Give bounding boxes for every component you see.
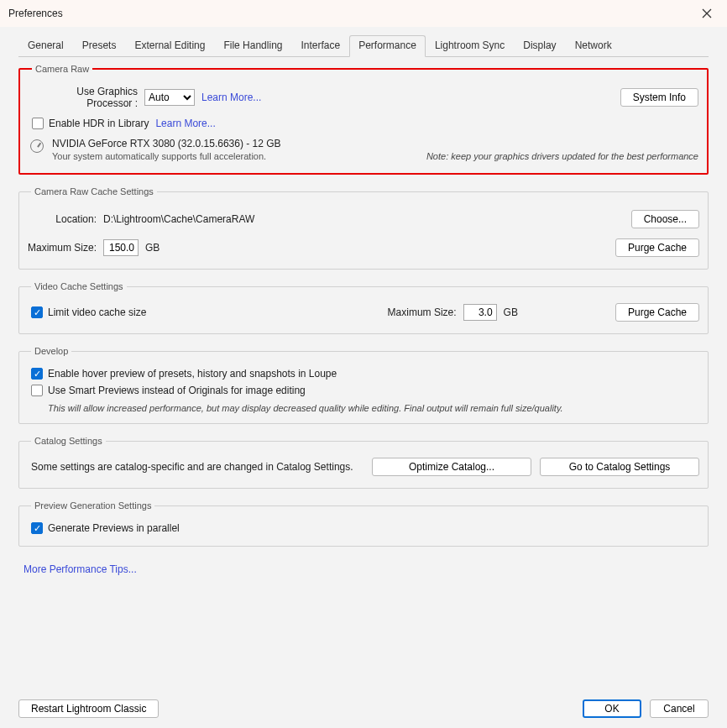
- hdr-label: Enable HDR in Library: [49, 118, 149, 129]
- window-title: Preferences: [8, 8, 63, 19]
- catalog-group: Catalog Settings Some settings are catal…: [18, 436, 709, 489]
- limit-video-checkbox[interactable]: [31, 306, 43, 318]
- system-info-button[interactable]: System Info: [620, 88, 698, 107]
- gpu-label: Use Graphics Processor :: [29, 86, 138, 109]
- choose-button[interactable]: Choose...: [631, 210, 699, 228]
- smart-previews-label: Use Smart Previews instead of Originals …: [48, 385, 306, 396]
- preview-gen-legend: Preview Generation Settings: [31, 500, 154, 511]
- tab-external-editing[interactable]: External Editing: [125, 35, 214, 57]
- tab-general[interactable]: General: [18, 35, 73, 57]
- tab-lightroom-sync[interactable]: Lightroom Sync: [426, 35, 514, 57]
- preview-gen-group: Preview Generation Settings Generate Pre…: [18, 500, 709, 547]
- close-icon[interactable]: [693, 3, 720, 24]
- smart-previews-checkbox[interactable]: [31, 385, 43, 396]
- tab-file-handling[interactable]: File Handling: [214, 35, 291, 57]
- tab-presets[interactable]: Presets: [73, 35, 126, 57]
- video-max-label: Maximum Size:: [388, 306, 457, 318]
- catalog-text: Some settings are catalog-specific and a…: [31, 461, 353, 473]
- cache-unit: GB: [145, 242, 160, 254]
- hover-preview-label: Enable hover preview of presets, history…: [48, 368, 337, 380]
- tab-performance[interactable]: Performance: [349, 35, 426, 57]
- video-cache-group: Video Cache Settings Limit video cache s…: [18, 281, 709, 334]
- ok-button[interactable]: OK: [583, 699, 641, 718]
- raw-cache-group: Camera Raw Cache Settings Location: D:\L…: [18, 186, 709, 270]
- camera-raw-group: Camera Raw Use Graphics Processor : Auto…: [18, 64, 709, 175]
- hdr-checkbox[interactable]: [32, 118, 44, 129]
- raw-cache-legend: Camera Raw Cache Settings: [31, 186, 157, 196]
- gpu-select[interactable]: Auto: [144, 89, 195, 106]
- cache-max-label: Maximum Size:: [28, 242, 97, 254]
- develop-legend: Develop: [31, 346, 71, 356]
- gpu-status: Your system automatically supports full …: [52, 151, 266, 161]
- develop-note: This will allow increased performance, b…: [48, 403, 699, 413]
- cache-location-value: D:\Lightroom\Cache\CameraRAW: [103, 213, 254, 225]
- tabs-bar: General Presets External Editing File Ha…: [18, 35, 709, 57]
- tab-network[interactable]: Network: [566, 35, 621, 57]
- cancel-button[interactable]: Cancel: [650, 699, 709, 718]
- gauge-icon: [30, 139, 44, 153]
- parallel-previews-label: Generate Previews in parallel: [48, 522, 180, 534]
- develop-group: Develop Enable hover preview of presets,…: [18, 346, 709, 424]
- limit-video-label: Limit video cache size: [48, 306, 146, 318]
- video-cache-legend: Video Cache Settings: [31, 281, 127, 291]
- cache-location-label: Location:: [28, 213, 97, 225]
- purge-raw-cache-button[interactable]: Purge Cache: [615, 238, 699, 257]
- optimize-catalog-button[interactable]: Optimize Catalog...: [372, 458, 531, 476]
- driver-note: Note: keep your graphics drivers updated…: [426, 151, 698, 161]
- goto-catalog-settings-button[interactable]: Go to Catalog Settings: [540, 458, 699, 476]
- parallel-previews-checkbox[interactable]: [31, 522, 43, 534]
- tab-interface[interactable]: Interface: [291, 35, 349, 57]
- video-unit: GB: [504, 306, 518, 318]
- purge-video-cache-button[interactable]: Purge Cache: [615, 303, 699, 322]
- camera-raw-legend: Camera Raw: [32, 64, 92, 74]
- hdr-learn-more-link[interactable]: Learn More...: [155, 118, 215, 129]
- restart-button[interactable]: Restart Lightroom Classic: [18, 699, 159, 718]
- gpu-learn-more-link[interactable]: Learn More...: [201, 92, 261, 103]
- hover-preview-checkbox[interactable]: [31, 368, 43, 380]
- tab-display[interactable]: Display: [514, 35, 565, 57]
- catalog-legend: Catalog Settings: [31, 436, 106, 446]
- gpu-name: NVIDIA GeForce RTX 3080 (32.0.15.6636) -…: [52, 138, 698, 149]
- cache-max-input[interactable]: [103, 239, 139, 256]
- video-max-input[interactable]: [463, 304, 497, 321]
- more-tips-link[interactable]: More Performance Tips...: [24, 563, 137, 575]
